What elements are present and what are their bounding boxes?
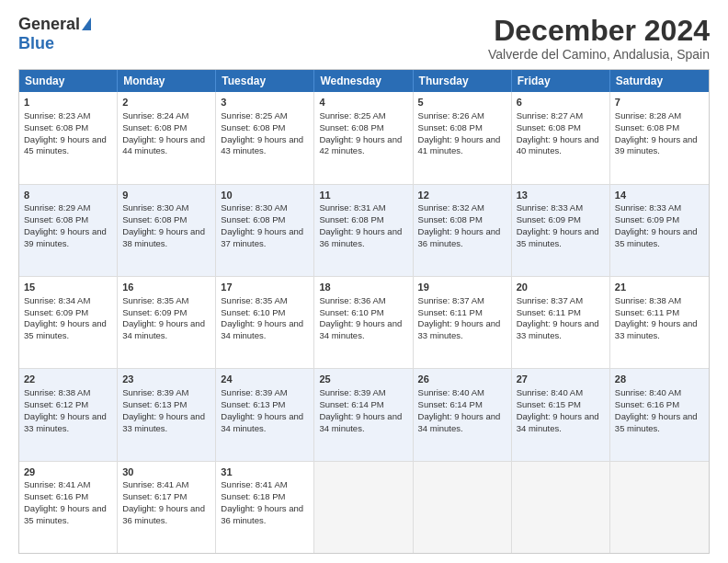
- daylight-label: Daylight: 9 hours and 34 minutes.: [319, 318, 402, 340]
- day-number: 7: [615, 96, 704, 109]
- sunrise-label: Sunrise: 8:32 AM: [418, 202, 484, 213]
- calendar-header: SundayMondayTuesdayWednesdayThursdayFrid…: [19, 70, 709, 92]
- table-row: 10 Sunrise: 8:30 AM Sunset: 6:08 PM Dayl…: [216, 185, 314, 276]
- sunset-label: Sunset: 6:10 PM: [319, 307, 383, 317]
- table-row: 21 Sunrise: 8:38 AM Sunset: 6:11 PM Dayl…: [610, 277, 709, 368]
- daylight-label: Daylight: 9 hours and 40 minutes.: [517, 134, 599, 156]
- table-row: 18 Sunrise: 8:36 AM Sunset: 6:10 PM Dayl…: [314, 277, 413, 368]
- calendar-week-3: 15 Sunrise: 8:34 AM Sunset: 6:09 PM Dayl…: [19, 277, 709, 369]
- sunrise-label: Sunrise: 8:35 AM: [122, 295, 188, 305]
- day-number: 10: [221, 189, 309, 202]
- sunrise-label: Sunrise: 8:26 AM: [418, 110, 484, 121]
- day-number: 23: [122, 373, 210, 386]
- table-row: 27 Sunrise: 8:40 AM Sunset: 6:15 PM Dayl…: [512, 369, 610, 460]
- sunset-label: Sunset: 6:09 PM: [24, 307, 88, 317]
- sunset-label: Sunset: 6:14 PM: [418, 399, 483, 409]
- header-day-friday: Friday: [512, 70, 610, 92]
- header-day-monday: Monday: [118, 70, 216, 92]
- table-row: 16 Sunrise: 8:35 AM Sunset: 6:09 PM Dayl…: [118, 277, 216, 368]
- daylight-label: Daylight: 9 hours and 34 minutes.: [221, 411, 303, 433]
- sunrise-label: Sunrise: 8:25 AM: [319, 110, 385, 121]
- sunset-label: Sunset: 6:08 PM: [24, 122, 88, 132]
- table-row: 31 Sunrise: 8:41 AM Sunset: 6:18 PM Dayl…: [216, 462, 314, 553]
- table-row: 23 Sunrise: 8:39 AM Sunset: 6:13 PM Dayl…: [118, 369, 216, 460]
- sunset-label: Sunset: 6:08 PM: [221, 214, 285, 224]
- sunset-label: Sunset: 6:08 PM: [221, 122, 285, 132]
- day-number: 27: [517, 373, 605, 386]
- table-row: [610, 462, 709, 553]
- sunrise-label: Sunrise: 8:33 AM: [517, 202, 583, 213]
- sunrise-label: Sunrise: 8:25 AM: [221, 110, 287, 121]
- sunrise-label: Sunrise: 8:24 AM: [122, 110, 188, 121]
- day-number: 19: [418, 281, 506, 294]
- month-title: December 2024: [488, 15, 710, 47]
- table-row: [414, 462, 512, 553]
- sunset-label: Sunset: 6:11 PM: [517, 307, 581, 317]
- logo-triangle-icon: [82, 17, 91, 30]
- calendar-week-5: 29 Sunrise: 8:41 AM Sunset: 6:16 PM Dayl…: [19, 462, 709, 553]
- day-number: 31: [221, 465, 309, 479]
- sunrise-label: Sunrise: 8:28 AM: [615, 110, 681, 121]
- header-day-tuesday: Tuesday: [216, 70, 314, 92]
- location-title: Valverde del Camino, Andalusia, Spain: [488, 47, 710, 62]
- sunrise-label: Sunrise: 8:39 AM: [221, 387, 287, 397]
- sunset-label: Sunset: 6:15 PM: [517, 399, 581, 409]
- table-row: 1 Sunrise: 8:23 AM Sunset: 6:08 PM Dayli…: [19, 92, 118, 183]
- sunset-label: Sunset: 6:08 PM: [122, 122, 187, 132]
- table-row: 17 Sunrise: 8:35 AM Sunset: 6:10 PM Dayl…: [216, 277, 314, 368]
- sunset-label: Sunset: 6:13 PM: [122, 399, 187, 409]
- daylight-label: Daylight: 9 hours and 34 minutes.: [221, 318, 303, 340]
- sunrise-label: Sunrise: 8:39 AM: [319, 387, 385, 397]
- daylight-label: Daylight: 9 hours and 42 minutes.: [319, 134, 402, 156]
- table-row: 7 Sunrise: 8:28 AM Sunset: 6:08 PM Dayli…: [610, 92, 709, 183]
- calendar-week-4: 22 Sunrise: 8:38 AM Sunset: 6:12 PM Dayl…: [19, 369, 709, 461]
- day-number: 20: [517, 281, 605, 294]
- sunset-label: Sunset: 6:08 PM: [319, 214, 383, 224]
- daylight-label: Daylight: 9 hours and 36 minutes.: [221, 503, 303, 525]
- sunrise-label: Sunrise: 8:39 AM: [122, 387, 188, 397]
- sunset-label: Sunset: 6:09 PM: [615, 214, 679, 224]
- sunrise-label: Sunrise: 8:38 AM: [24, 387, 90, 397]
- daylight-label: Daylight: 9 hours and 35 minutes.: [24, 318, 107, 340]
- sunrise-label: Sunrise: 8:33 AM: [615, 202, 681, 213]
- daylight-label: Daylight: 9 hours and 33 minutes.: [418, 318, 501, 340]
- header: General Blue December 2024 Valverde del …: [18, 15, 710, 62]
- sunset-label: Sunset: 6:09 PM: [517, 214, 581, 224]
- table-row: 29 Sunrise: 8:41 AM Sunset: 6:16 PM Dayl…: [19, 462, 118, 553]
- sunset-label: Sunset: 6:11 PM: [615, 307, 679, 317]
- table-row: 15 Sunrise: 8:34 AM Sunset: 6:09 PM Dayl…: [19, 277, 118, 368]
- sunset-label: Sunset: 6:08 PM: [517, 122, 581, 132]
- sunrise-label: Sunrise: 8:41 AM: [221, 479, 287, 489]
- logo: General Blue: [18, 15, 91, 53]
- sunrise-label: Sunrise: 8:23 AM: [24, 110, 90, 121]
- sunset-label: Sunset: 6:08 PM: [24, 214, 88, 224]
- sunrise-label: Sunrise: 8:36 AM: [319, 295, 385, 305]
- day-number: 12: [418, 189, 506, 202]
- daylight-label: Daylight: 9 hours and 44 minutes.: [122, 134, 205, 156]
- daylight-label: Daylight: 9 hours and 33 minutes.: [517, 318, 599, 340]
- daylight-label: Daylight: 9 hours and 43 minutes.: [221, 134, 303, 156]
- daylight-label: Daylight: 9 hours and 34 minutes.: [418, 411, 501, 433]
- table-row: 5 Sunrise: 8:26 AM Sunset: 6:08 PM Dayli…: [414, 92, 512, 183]
- table-row: 2 Sunrise: 8:24 AM Sunset: 6:08 PM Dayli…: [118, 92, 216, 183]
- day-number: 1: [24, 96, 112, 109]
- table-row: 8 Sunrise: 8:29 AM Sunset: 6:08 PM Dayli…: [19, 185, 118, 276]
- sunset-label: Sunset: 6:08 PM: [418, 122, 483, 132]
- daylight-label: Daylight: 9 hours and 33 minutes.: [24, 411, 107, 433]
- sunrise-label: Sunrise: 8:35 AM: [221, 295, 287, 305]
- sunrise-label: Sunrise: 8:40 AM: [615, 387, 681, 397]
- daylight-label: Daylight: 9 hours and 39 minutes.: [24, 226, 107, 248]
- sunrise-label: Sunrise: 8:41 AM: [24, 479, 90, 489]
- calendar-body: 1 Sunrise: 8:23 AM Sunset: 6:08 PM Dayli…: [19, 92, 709, 553]
- sunset-label: Sunset: 6:16 PM: [615, 399, 679, 409]
- day-number: 25: [319, 373, 407, 386]
- daylight-label: Daylight: 9 hours and 38 minutes.: [122, 226, 205, 248]
- daylight-label: Daylight: 9 hours and 33 minutes.: [615, 318, 698, 340]
- day-number: 29: [24, 465, 112, 479]
- sunset-label: Sunset: 6:13 PM: [221, 399, 285, 409]
- sunrise-label: Sunrise: 8:37 AM: [418, 295, 484, 305]
- sunrise-label: Sunrise: 8:27 AM: [517, 110, 583, 121]
- sunrise-label: Sunrise: 8:30 AM: [221, 202, 287, 213]
- sunset-label: Sunset: 6:08 PM: [122, 214, 187, 224]
- sunrise-label: Sunrise: 8:37 AM: [517, 295, 583, 305]
